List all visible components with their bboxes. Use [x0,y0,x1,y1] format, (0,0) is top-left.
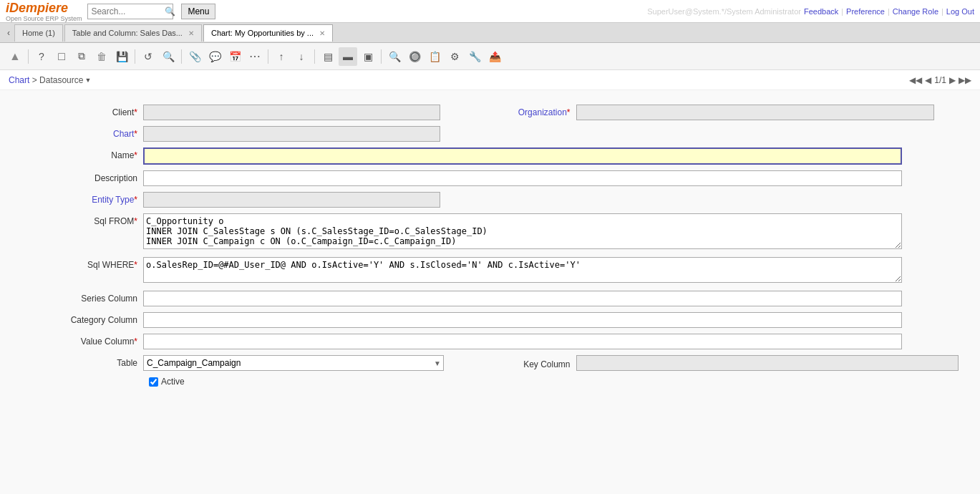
tab-nav-left[interactable]: ‹ [3,26,14,39]
row-series-col: Series Column [21,291,959,306]
table-dropdown-wrapper: C_Campaign_Campaign ▼ [143,355,444,371]
toolbar-btn-save[interactable]: 💾 [112,47,131,66]
breadcrumb-bar: Chart > Datasource ▼ ◀◀ ◀ 1/1 ▶ ▶▶ [0,70,980,90]
client-field: System [143,105,490,120]
toolbar-btn-new[interactable]: □ [52,47,71,66]
toolbar-btn-more[interactable]: ⋯ [246,47,264,66]
col-client: Client* System [21,105,490,120]
client-input[interactable]: System [143,105,440,120]
toolbar-btn-up[interactable]: ↑ [272,47,291,66]
pagination-prev[interactable]: ◀ [925,75,931,85]
toolbar-btn-copy[interactable]: ⧉ [72,47,91,66]
pagination-last[interactable]: ▶▶ [959,75,971,85]
category-col-field: c.Name [143,312,902,328]
pagination-next[interactable]: ▶ [949,75,956,85]
toolbar-btn-report[interactable]: 📋 [425,47,444,66]
toolbar-btn-form[interactable]: ▬ [339,47,357,66]
tab-table-col[interactable]: Table and Column: Sales Das... ✕ [64,24,202,42]
main-content: Client* System Organization* * Chart* My… [0,90,980,494]
col-org: Organization* * [490,105,959,120]
sql-from-label: Sql FROM* [21,213,143,226]
name-field: Opportunity [143,147,501,165]
toolbar-btn-collapse[interactable]: ▲ [6,47,24,66]
topbar-left: iDempiere Open Source ERP System 🔍 Menu [6,1,215,22]
log-out-link[interactable]: Log Out [946,7,974,16]
toolbar-btn-attachment[interactable]: 📎 [185,47,204,66]
row-active: Active [21,377,959,387]
topbar-right: SuperUser@System.*/System Administrator … [647,7,974,16]
search-input[interactable] [87,4,173,19]
toolbar-btn-quick-form[interactable]: ▣ [359,47,377,66]
entity-type-input[interactable]: Dictionary [143,192,440,208]
sql-from-textarea[interactable] [143,213,902,249]
toolbar-btn-grid[interactable]: ▤ [319,47,337,66]
sql-where-field [143,257,902,285]
entity-type-field: Dictionary [143,192,501,208]
chart-field: My Opportunities by Campaign [143,126,501,142]
org-label: Organization* [490,105,576,117]
category-col-label: Category Column [21,312,143,325]
toolbar-btn-help[interactable]: ? [32,47,51,66]
close-tab-table-col[interactable]: ✕ [188,29,194,37]
name-input[interactable]: Opportunity [143,147,902,165]
toolbar-btn-export[interactable]: 📤 [485,47,504,66]
toolbar-btn-customize[interactable]: 🔧 [465,47,484,66]
tabs-bar: ‹ Home (1) Table and Column: Sales Das..… [0,23,980,43]
search-icon: 🔍 [165,6,175,16]
category-col-input[interactable]: c.Name [143,312,902,328]
description-field [143,170,902,186]
table-field: C_Campaign_Campaign ▼ [143,355,490,371]
toolbar-btn-workflow[interactable]: ⚙ [445,47,464,66]
app-title: iDempiere [6,1,68,15]
name-label: Name* [21,147,143,160]
toolbar-btn-history[interactable]: 📅 [225,47,244,66]
entity-type-label: Entity Type* [21,192,143,205]
toolbar-btn-chat[interactable]: 💬 [205,47,224,66]
toolbar-btn-zoom[interactable]: 🔍 [159,47,178,66]
value-col-field: sum(o.OpportunityAmt) [143,334,902,349]
breadcrumb-chart-link[interactable]: Chart [9,75,29,85]
toolbar-btn-lookup[interactable]: 🔘 [405,47,424,66]
toolbar-btn-refresh[interactable]: ↺ [139,47,157,66]
tab-chart[interactable]: Chart: My Opportunities by ... ✕ [203,24,333,42]
table-label: Table [21,355,143,368]
row-sql-where: Sql WHERE* [21,257,959,285]
breadcrumb-datasource-link[interactable]: Datasource ▼ [39,75,91,85]
chart-input[interactable]: My Opportunities by Campaign [143,126,440,142]
row-name: Name* Opportunity [21,147,959,165]
org-input[interactable]: * [576,105,934,120]
org-field: * [576,105,934,120]
key-column-label: Key Column [490,357,576,369]
value-col-input[interactable]: sum(o.OpportunityAmt) [143,334,902,349]
key-column-input[interactable]: o.C_Campaign_ID [576,355,959,371]
sql-where-textarea[interactable] [143,257,902,283]
row-chart: Chart* My Opportunities by Campaign [21,126,959,142]
breadcrumb-separator: > [32,75,37,85]
close-tab-chart[interactable]: ✕ [319,29,325,37]
toolbar-btn-down[interactable]: ↓ [292,47,311,66]
feedback-link[interactable]: Feedback [804,7,838,16]
toolbar-btn-find[interactable]: 🔍 [385,47,404,66]
series-col-input[interactable] [143,291,902,306]
row-table-keycolumn: Table C_Campaign_Campaign ▼ Key Column o… [21,355,959,371]
user-info: SuperUser@System.*/System Administrator [647,7,801,16]
breadcrumb: Chart > Datasource ▼ [9,75,91,85]
sql-where-label: Sql WHERE* [21,257,143,270]
menu-button[interactable]: Menu [181,4,215,19]
preference-link[interactable]: Preference [846,7,885,16]
app-logo: iDempiere Open Source ERP System [6,1,82,22]
description-input[interactable] [143,170,902,186]
col-table: Table C_Campaign_Campaign ▼ [21,355,490,371]
key-column-field: o.C_Campaign_ID [576,355,959,371]
table-select[interactable]: C_Campaign_Campaign [143,355,444,371]
row-description: Description [21,170,959,186]
tab-home[interactable]: Home (1) [14,24,63,42]
toolbar-btn-delete[interactable]: 🗑 [92,47,111,66]
active-checkbox[interactable] [149,377,158,387]
pagination-first[interactable]: ◀◀ [909,75,922,85]
toolbar: ▲ ? □ ⧉ 🗑 💾 ↺ 🔍 📎 💬 📅 ⋯ ↑ ↓ ▤ ▬ ▣ 🔍 🔘 📋 … [0,43,980,70]
breadcrumb-dropdown-icon: ▼ [84,77,91,84]
app-subtitle: Open Source ERP System [6,16,82,22]
col-key-column: Key Column o.C_Campaign_ID [490,355,959,371]
change-role-link[interactable]: Change Role [893,7,938,16]
